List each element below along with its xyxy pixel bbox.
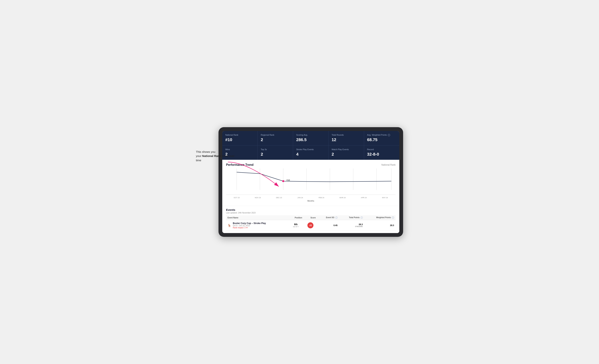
x-label-may24: MAY 24 xyxy=(374,197,396,199)
event-sg-value: 0.45 xyxy=(317,220,339,231)
rank-impact: Rank Impact: 3 ▼ xyxy=(233,227,266,229)
chart-subtitle: National Rank xyxy=(381,164,396,166)
event-position: 6th out of 7 xyxy=(288,220,304,231)
x-label-feb24: FEB 24 xyxy=(311,197,332,199)
x-label-apr24: APR 24 xyxy=(353,197,374,199)
stat-match-play-events: Match Play Events 2 xyxy=(329,145,364,160)
x-label-oct23: OCT 23 xyxy=(226,197,247,199)
stat-top3s: Top 3s 2 xyxy=(258,145,293,160)
stats-row-2: Wins 2 Top 3s 2 Stroke Play Events 4 Mat… xyxy=(222,145,399,160)
stat-record: Record 32-8-0 xyxy=(364,145,399,160)
chart-x-axis-title: Months xyxy=(226,200,396,202)
x-label-nov23: NOV 23 xyxy=(247,197,269,199)
col-weighted-points: Weighted Points i xyxy=(364,215,396,220)
stat-regional-rank: Regional Rank 2 xyxy=(258,131,293,145)
col-event-name: Event Name xyxy=(226,215,288,220)
chart-x-labels: OCT 23 NOV 23 DEC 23 JAN 24 FEB 24 MAR 2… xyxy=(226,196,396,199)
annotation-text: This shows you your National Rank trend … xyxy=(196,150,237,163)
chart-section: Performance Trend National Rank xyxy=(222,160,399,206)
stat-scoring-avg: Scoring Avg. 286.5 xyxy=(293,131,328,145)
score-badge: -22 xyxy=(308,222,313,228)
events-section: Events Last updated: 24th November 2023 … xyxy=(222,206,399,233)
events-table-header: Event Name Position Score Event SG i Tot… xyxy=(226,215,396,220)
stat-stroke-play-events: Stroke Play Events 4 xyxy=(293,145,328,160)
stat-total-rounds: Total Rounds 12 xyxy=(329,131,364,145)
info-icon[interactable]: i xyxy=(388,134,390,136)
x-label-mar24: MAR 24 xyxy=(332,197,353,199)
tablet-screen: National Rank #10 Regional Rank 2 Scorin… xyxy=(222,131,399,233)
svg-point-9 xyxy=(282,180,284,182)
stats-row-1: National Rank #10 Regional Rank 2 Scorin… xyxy=(222,131,399,145)
chart-svg: #10 xyxy=(226,169,396,195)
table-row: 🦌 Buster Cozy Cup – Stroke Play Oct 9 - … xyxy=(226,220,396,231)
outer-wrapper: This shows you your National Rank trend … xyxy=(196,127,403,237)
weighted-points-info-icon[interactable]: i xyxy=(392,216,394,219)
chart-area: #10 xyxy=(226,169,396,195)
x-label-jan24: JAN 24 xyxy=(290,197,311,199)
events-title: Events xyxy=(226,208,396,211)
col-position: Position xyxy=(288,215,304,220)
event-icon: 🦌 xyxy=(228,224,231,227)
stat-avg-weighted-points: Avg. Weighted Points i 68.75 xyxy=(364,131,399,145)
events-table: Event Name Position Score Event SG i Tot… xyxy=(226,215,396,231)
event-name: Buster Cozy Cup – Stroke Play xyxy=(233,222,266,225)
col-score: Score xyxy=(304,215,317,220)
tablet-frame: National Rank #10 Regional Rank 2 Scorin… xyxy=(219,127,403,237)
event-sg-info-icon[interactable]: i xyxy=(335,216,338,219)
total-points-value: 28.3 3 Rounds xyxy=(339,220,364,231)
total-points-info-icon[interactable]: i xyxy=(361,216,363,219)
chart-title: Performance Trend xyxy=(226,163,254,167)
chart-header: Performance Trend National Rank xyxy=(226,163,396,167)
col-total-points: Total Points i xyxy=(339,215,364,220)
event-score: -22 xyxy=(304,220,317,231)
event-date: Oct 9 - Oct 10, 2023 xyxy=(233,225,266,227)
events-last-updated: Last updated: 24th November 2023 xyxy=(226,212,396,214)
x-label-dec23: DEC 23 xyxy=(268,197,290,199)
weighted-points-value: 28.3 xyxy=(364,220,396,231)
stat-national-rank: National Rank #10 xyxy=(222,131,257,145)
svg-text:#10: #10 xyxy=(287,179,290,181)
col-event-sg: Event SG i xyxy=(317,215,339,220)
event-name-cell: 🦌 Buster Cozy Cup – Stroke Play Oct 9 - … xyxy=(226,220,288,231)
